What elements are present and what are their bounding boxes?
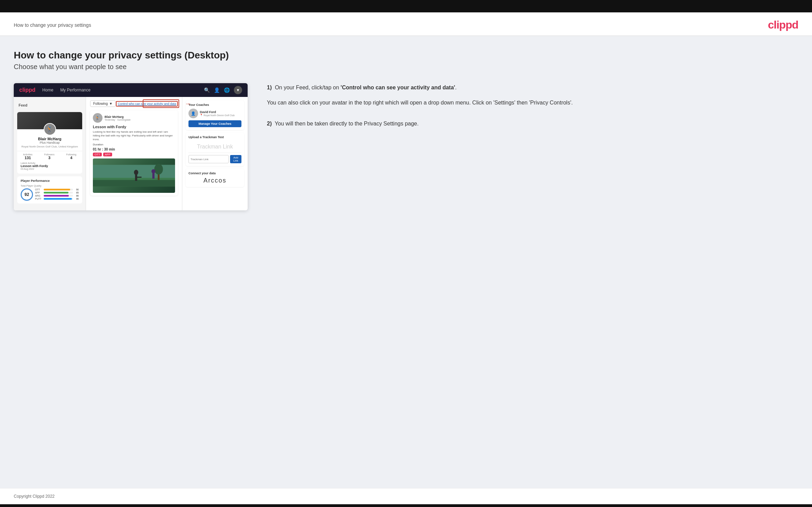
nav-performance[interactable]: My Performance — [60, 88, 90, 92]
stat-activities-label: Activities — [23, 153, 33, 156]
bar-app-fill — [44, 192, 68, 194]
profile-name: Blair McHarg — [20, 137, 79, 141]
stat-activities: Activities 131 — [23, 153, 33, 160]
latest-activity-label: Latest Activity — [21, 162, 79, 164]
feed-control-container: Following ▼ Control who can see your act… — [90, 100, 178, 107]
step-1-number: 1) — [267, 85, 272, 90]
trackman-section: Upload a Trackman Test Trackman Link Add… — [186, 133, 244, 166]
coach-avatar: 👤 — [188, 109, 198, 118]
profile-card: 🏌 Blair McHarg Plus Handicap Royal North… — [17, 112, 82, 174]
duration-label: Duration — [93, 143, 103, 146]
tpq-bars: OTT 90 APP — [35, 188, 79, 201]
activity-username: Blair McHarg — [105, 115, 131, 119]
trackman-title: Upload a Trackman Test — [188, 135, 241, 139]
svg-point-5 — [134, 170, 139, 175]
app-navbar: clippd Home My Performance 🔍 👤 🌐 ▼ — [14, 83, 248, 97]
activity-image — [93, 158, 175, 193]
bar-arg-track — [44, 195, 73, 197]
location-icon[interactable]: 🌐 — [224, 87, 230, 93]
avatar-icon: ▼ — [236, 88, 240, 92]
manage-coaches-button[interactable]: Manage Your Coaches — [188, 120, 241, 127]
app-middle-panel: Following ▼ Control who can see your act… — [86, 97, 182, 210]
bar-app-label: APP — [35, 191, 43, 194]
trackman-link-input[interactable] — [188, 155, 229, 163]
nav-home[interactable]: Home — [42, 88, 53, 92]
screenshot-area: clippd Home My Performance 🔍 👤 🌐 ▼ Feed — [14, 83, 798, 210]
search-icon[interactable]: 🔍 — [204, 87, 210, 93]
latest-activity: Latest Activity Lesson with Fordy 03 Aug… — [17, 160, 82, 170]
step-1: 1) On your Feed, click/tap on 'Control w… — [267, 83, 798, 107]
profile-info: Blair McHarg Plus Handicap Royal North D… — [17, 137, 82, 148]
profile-handicap: Plus Handicap — [20, 141, 79, 144]
activity-avatar-icon: 🏌 — [95, 116, 100, 120]
tpq-row: 92 OTT 90 APP — [21, 188, 79, 201]
control-privacy-link[interactable]: Control who can see your activity and da… — [116, 101, 178, 107]
step-1-row: 1) On your Feed, click/tap on 'Control w… — [267, 83, 798, 107]
coach-avatar-icon: 👤 — [191, 111, 196, 116]
connect-title: Connect your data — [188, 172, 241, 175]
stat-following: Following 4 — [66, 153, 76, 160]
step-1-content: 1) On your Feed, click/tap on 'Control w… — [267, 83, 573, 107]
activity-card: 🏌 Blair McHarg Yesterday · Sunningdale L… — [90, 110, 178, 196]
following-label: Following — [93, 102, 108, 106]
app-body: Feed 🏌 Blair McHarg Plus Handicap Royal … — [14, 97, 248, 210]
coaches-section: Your Coaches 👤 David Ford 📍 Royal North … — [186, 100, 244, 130]
bar-app-track — [44, 192, 73, 194]
svg-rect-9 — [152, 173, 154, 179]
tpq-score: 92 — [21, 188, 33, 201]
step-1-extra: You can also click on your avatar in the… — [267, 98, 573, 107]
trackman-input-row: Add Link — [188, 155, 241, 163]
bar-arg-val: 86 — [74, 195, 79, 197]
step-1-highlight: 'Control who can see your activity and d… — [340, 85, 455, 90]
following-button[interactable]: Following ▼ — [90, 100, 116, 107]
activity-title: Lesson with Fordy — [93, 125, 175, 129]
avatar-initials: 🏌 — [47, 126, 53, 132]
stat-followers: Followers 3 — [44, 153, 55, 160]
activity-meta: Yesterday · Sunningdale — [105, 119, 131, 121]
app-screenshot: clippd Home My Performance 🔍 👤 🌐 ▼ Feed — [14, 83, 248, 210]
duration-value: 01 hr : 30 min — [93, 147, 175, 151]
breadcrumb: How to change your privacy settings — [14, 22, 91, 28]
activity-description: Looking to feel like my hands are exitin… — [93, 130, 175, 142]
stat-following-label: Following — [66, 153, 76, 156]
bar-ott-val: 90 — [74, 188, 79, 191]
activity-tags: OTT APP — [93, 153, 175, 156]
coach-name: David Ford — [200, 110, 235, 114]
stat-following-value: 4 — [66, 156, 76, 160]
arccos-logo: Arccos — [188, 177, 241, 184]
activity-avatar: 🏌 — [93, 113, 102, 123]
coach-club-name: Royal North Devon Golf Club — [204, 114, 235, 117]
bar-ott-fill — [44, 189, 70, 190]
tag-app: APP — [103, 153, 112, 156]
coaches-title: Your Coaches — [188, 103, 241, 107]
bar-app: APP 85 — [35, 191, 79, 194]
app-logo: clippd — [19, 87, 35, 93]
svg-rect-1 — [93, 180, 175, 186]
activity-user-info: Blair McHarg Yesterday · Sunningdale — [105, 115, 131, 121]
app-right-panel: Your Coaches 👤 David Ford 📍 Royal North … — [182, 97, 248, 210]
avatar-button[interactable]: ▼ — [234, 86, 242, 94]
bar-arg-label: ARG — [35, 195, 43, 197]
bar-arg-fill — [44, 195, 69, 197]
coach-item: 👤 David Ford 📍 Royal North Devon Golf Cl… — [188, 109, 241, 118]
connect-section: Connect your data Arccos — [186, 169, 244, 187]
bottom-decorative-bar — [0, 504, 812, 507]
profile-cover: 🏌 — [17, 112, 82, 129]
stat-followers-value: 3 — [44, 156, 55, 160]
instructions-panel: 1) On your Feed, click/tap on 'Control w… — [260, 83, 798, 141]
feed-tab[interactable]: Feed — [14, 101, 86, 109]
location-pin-icon: 📍 — [200, 114, 203, 117]
profile-club: Royal North Devon Golf Club, United King… — [20, 145, 79, 148]
perf-title: Player Performance — [21, 179, 79, 183]
step-2-text: 2) You will then be taken directly to th… — [267, 119, 798, 128]
profile-stats: Activities 131 Followers 3 Following 4 — [17, 151, 82, 160]
svg-point-8 — [151, 169, 155, 174]
person-icon[interactable]: 👤 — [214, 87, 220, 93]
site-footer: Copyright Clippd 2022 — [0, 488, 812, 504]
chevron-down-icon: ▼ — [109, 102, 112, 106]
latest-activity-date: 03 Aug 2022 — [21, 168, 79, 170]
add-link-button[interactable]: Add Link — [230, 155, 241, 163]
activity-duration: Duration — [93, 143, 175, 146]
activity-header: 🏌 Blair McHarg Yesterday · Sunningdale — [93, 113, 175, 123]
app-left-panel: Feed 🏌 Blair McHarg Plus Handicap Royal … — [14, 97, 86, 210]
